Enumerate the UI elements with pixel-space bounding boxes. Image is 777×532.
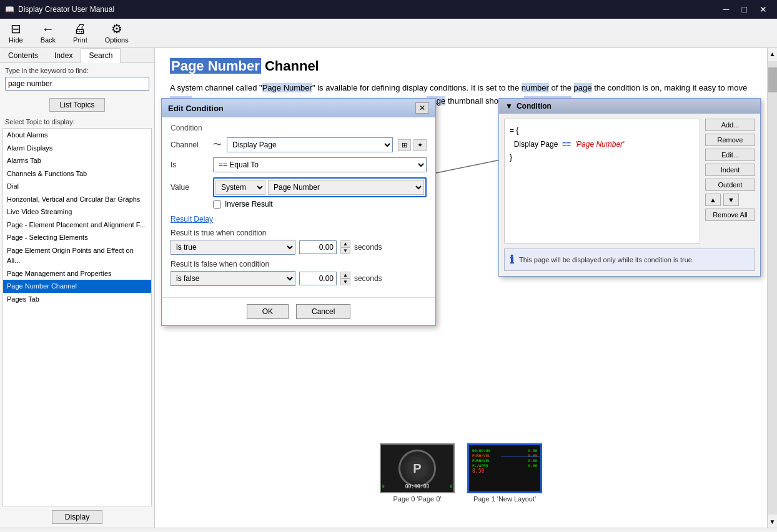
result-false-row: is false ▲ ▼ seconds: [171, 271, 427, 286]
ok-button[interactable]: OK: [247, 304, 289, 319]
value-select[interactable]: Page Number: [268, 180, 424, 195]
is-row: Is == Equal To: [171, 157, 427, 172]
page-title: Page Number Channel: [170, 58, 752, 74]
remove-all-button[interactable]: Remove All: [705, 209, 755, 221]
result-true-row: is true ▲ ▼ seconds: [171, 240, 427, 255]
list-item[interactable]: Page Element Origin Points and Effect on…: [3, 244, 151, 267]
scroll-track[interactable]: [768, 61, 777, 515]
thumbnail-page0-image: P 000:00:000: [380, 443, 455, 493]
result-true-seconds-input[interactable]: [299, 240, 337, 254]
result-false-unit: seconds: [354, 274, 382, 283]
title-rest: Channel: [261, 58, 319, 74]
options-button[interactable]: ⚙ Options: [101, 21, 132, 45]
result-true-down-button[interactable]: ▼: [340, 247, 350, 254]
inverse-result-label: Inverse Result: [225, 200, 273, 209]
hide-button[interactable]: ⊟ Hide: [5, 21, 27, 45]
is-select[interactable]: == Equal To: [213, 157, 427, 172]
result-false-down-button[interactable]: ▼: [340, 278, 350, 285]
edit-condition-button[interactable]: Edit...: [705, 149, 755, 161]
scroll-thumb[interactable]: [768, 67, 777, 92]
condition-title: Condition: [517, 102, 552, 111]
channel-plus-button[interactable]: ✦: [413, 139, 427, 151]
list-item[interactable]: Dial: [3, 180, 151, 193]
cancel-button[interactable]: Cancel: [296, 304, 350, 319]
title-bar-controls: ─ □ ✕: [718, 3, 772, 16]
value-row: Value System Page Number: [171, 177, 427, 197]
down-condition-button[interactable]: ▼: [723, 194, 739, 206]
list-item-selected[interactable]: Page Number Channel: [3, 280, 151, 293]
main-layout: Contents Index Search Type in the keywor…: [0, 48, 777, 528]
condition-expression: = { Display Page == 'Page Number' }: [510, 124, 695, 165]
result-delay-label[interactable]: Result Delay: [171, 215, 427, 224]
up-condition-button[interactable]: ▲: [705, 194, 721, 206]
condition-info: ℹ This page will be displayed only while…: [504, 249, 755, 271]
outdent-condition-button[interactable]: Outdent: [705, 179, 755, 191]
add-condition-button[interactable]: Add...: [705, 119, 755, 131]
list-item[interactable]: Live Video Streaming: [3, 205, 151, 219]
result-false-select[interactable]: is false: [171, 271, 295, 286]
tab-index[interactable]: Index: [46, 48, 81, 62]
result-true-unit: seconds: [354, 243, 382, 252]
list-item[interactable]: Page - Selecting Elements: [3, 231, 151, 244]
value-type-select[interactable]: System: [215, 180, 265, 195]
display-button[interactable]: Display: [52, 510, 102, 524]
topic-list[interactable]: About Alarms Alarm Displays Alarms Tab C…: [2, 128, 152, 506]
search-input[interactable]: [5, 77, 149, 91]
thumbnails-area: P 000:00:000 Page 0 'Page 0' 00:00:000.0…: [380, 443, 542, 503]
tab-search[interactable]: Search: [81, 48, 121, 63]
channel-select[interactable]: Display Page: [227, 137, 393, 152]
condition-triangle-icon: ▼: [505, 102, 513, 111]
app-icon: 📖: [5, 5, 14, 14]
back-button[interactable]: ← Back: [37, 21, 59, 45]
remove-condition-button[interactable]: Remove: [705, 134, 755, 146]
result-false-up-button[interactable]: ▲: [340, 272, 350, 278]
inverse-result-checkbox[interactable]: [213, 200, 221, 209]
list-item[interactable]: Alarm Displays: [3, 142, 151, 155]
list-item[interactable]: About Alarms: [3, 129, 151, 142]
scroll-down-arrow[interactable]: ▼: [767, 516, 777, 528]
highlight-page-number: Page Number: [262, 83, 312, 92]
dialog-body: Condition Channel 〜 Display Page ⊞ ✦ Is: [162, 117, 435, 297]
condition-tree: = { Display Page == 'Page Number' }: [504, 119, 700, 244]
maximize-button[interactable]: □: [737, 3, 752, 16]
channel-label: Channel: [171, 140, 208, 149]
list-item[interactable]: Pages Tab: [3, 293, 151, 306]
scrollbar-bottom[interactable]: [0, 528, 777, 532]
close-button[interactable]: ✕: [755, 3, 772, 16]
list-item[interactable]: Channels & Functions Tab: [3, 167, 151, 180]
list-item[interactable]: Alarms Tab: [3, 154, 151, 167]
result-true-up-button[interactable]: ▲: [340, 240, 350, 247]
thumbnail-page1[interactable]: 00:00:000.00 PUSH/VEL0.00 PUSH/VEL0.00 F…: [467, 443, 542, 503]
print-button[interactable]: 🖨 Print: [69, 21, 91, 45]
indent-condition-button[interactable]: Indent: [705, 164, 755, 176]
info-icon: ℹ: [510, 253, 514, 267]
title-bar: 📖 Display Creator User Manual ─ □ ✕: [0, 0, 777, 19]
thumbnail-page1-label: Page 1 'New Layout': [467, 495, 542, 503]
result-true-select[interactable]: is true: [171, 240, 295, 255]
condition-value: 'Page Number': [575, 140, 625, 149]
channel-grid-button[interactable]: ⊞: [398, 139, 411, 151]
thumbnail-page0[interactable]: P 000:00:000 Page 0 'Page 0': [380, 443, 455, 503]
left-panel: Contents Index Search Type in the keywor…: [0, 48, 155, 528]
back-label: Back: [41, 36, 56, 44]
edit-condition-dialog: Edit Condition ✕ Condition Channel 〜 Dis…: [161, 98, 436, 326]
minimize-button[interactable]: ─: [718, 3, 735, 16]
condition-title-bar: ▼ Condition: [499, 99, 760, 114]
channel-row: Channel 〜 Display Page ⊞ ✦: [171, 137, 427, 152]
thumbnail-page1-image: 00:00:000.00 PUSH/VEL0.00 PUSH/VEL0.00 F…: [467, 443, 542, 493]
dialog-close-button[interactable]: ✕: [415, 102, 429, 114]
list-item[interactable]: Page - Element Placement and Alignment F…: [3, 219, 151, 232]
list-item[interactable]: Page Management and Properties: [3, 267, 151, 280]
select-topic-label: Select Topic to display:: [0, 116, 154, 128]
waveform-icon: 〜: [213, 139, 222, 150]
list-item[interactable]: Horizontal, Vertical and Circular Bar Gr…: [3, 193, 151, 206]
scroll-up-arrow[interactable]: ▲: [767, 48, 777, 60]
result-true-label: Result is true when condition: [171, 229, 427, 237]
result-false-seconds-input[interactable]: [299, 272, 337, 285]
print-label: Print: [73, 36, 87, 44]
inverse-result-row: Inverse Result: [213, 200, 427, 209]
list-topics-button[interactable]: List Topics: [49, 98, 106, 112]
tab-contents[interactable]: Contents: [0, 48, 46, 62]
condition-body: = { Display Page == 'Page Number' } Add.…: [499, 114, 760, 249]
scrollbar-right[interactable]: ▲ ▼: [767, 48, 777, 528]
